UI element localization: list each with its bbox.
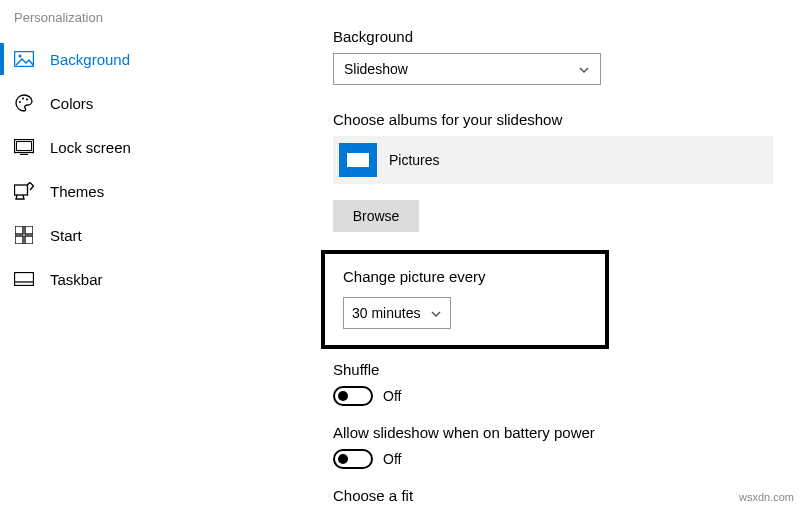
highlight-box: Change picture every 30 minutes [321,250,609,349]
background-label: Background [333,28,780,45]
taskbar-icon [14,269,34,289]
album-row[interactable]: Pictures [333,136,773,184]
svg-point-3 [22,98,24,100]
sidebar-item-themes[interactable]: Themes [0,169,220,213]
battery-state: Off [383,451,401,467]
svg-point-2 [19,101,21,103]
shuffle-toggle[interactable] [333,386,373,406]
sidebar-item-lockscreen[interactable]: Lock screen [0,125,220,169]
svg-rect-10 [25,226,33,234]
svg-point-1 [19,55,22,58]
folder-thumbnail-icon [339,143,377,177]
albums-label: Choose albums for your slideshow [333,111,780,128]
watermark: wsxdn.com [739,491,794,503]
start-icon [14,225,34,245]
interval-dropdown-value: 30 minutes [352,305,420,321]
toggle-knob [338,391,348,401]
interval-dropdown[interactable]: 30 minutes [343,297,451,329]
picture-icon [14,49,34,69]
sidebar-item-label: Colors [50,95,93,112]
svg-rect-11 [15,236,23,244]
sidebar-item-label: Background [50,51,130,68]
main-content: Background Slideshow Choose albums for y… [333,28,780,507]
battery-toggle-row: Off [333,449,780,469]
svg-rect-9 [15,226,23,234]
lockscreen-icon [14,137,34,157]
sidebar-item-label: Taskbar [50,271,103,288]
sidebar-title: Personalization [0,4,220,37]
svg-point-4 [26,99,28,101]
sidebar-item-label: Lock screen [50,139,131,156]
svg-rect-13 [15,273,34,286]
themes-icon [14,181,34,201]
sidebar: Personalization Background Colors Lock s… [0,0,220,301]
chevron-down-icon [430,307,442,319]
svg-rect-12 [25,236,33,244]
album-name: Pictures [389,152,440,168]
sidebar-item-taskbar[interactable]: Taskbar [0,257,220,301]
interval-label: Change picture every [343,268,587,285]
shuffle-toggle-row: Off [333,386,780,406]
toggle-knob [338,454,348,464]
background-dropdown-value: Slideshow [344,61,408,77]
battery-label: Allow slideshow when on battery power [333,424,780,441]
battery-toggle[interactable] [333,449,373,469]
sidebar-item-colors[interactable]: Colors [0,81,220,125]
browse-button[interactable]: Browse [333,200,419,232]
background-dropdown[interactable]: Slideshow [333,53,601,85]
sidebar-item-background[interactable]: Background [0,37,220,81]
palette-icon [14,93,34,113]
svg-rect-6 [17,142,32,151]
sidebar-item-label: Start [50,227,82,244]
sidebar-item-label: Themes [50,183,104,200]
fit-label: Choose a fit [333,487,780,504]
shuffle-state: Off [383,388,401,404]
svg-rect-8 [15,185,28,195]
chevron-down-icon [578,63,590,75]
shuffle-label: Shuffle [333,361,780,378]
sidebar-item-start[interactable]: Start [0,213,220,257]
